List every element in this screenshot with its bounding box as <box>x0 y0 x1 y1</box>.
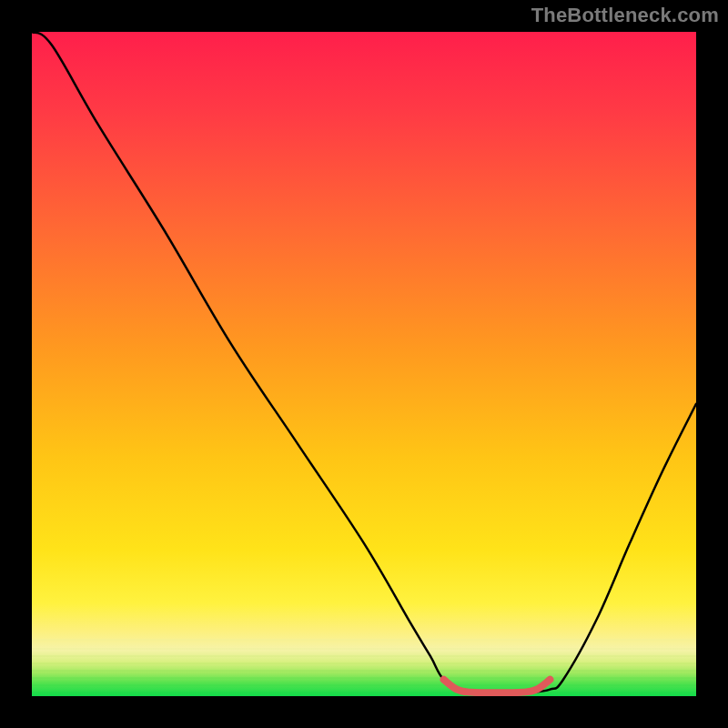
chart-background <box>32 32 696 696</box>
attribution-text: TheBottleneck.com <box>531 4 719 27</box>
bottleneck-chart <box>32 32 696 696</box>
chart-frame: TheBottleneck.com <box>0 0 728 728</box>
